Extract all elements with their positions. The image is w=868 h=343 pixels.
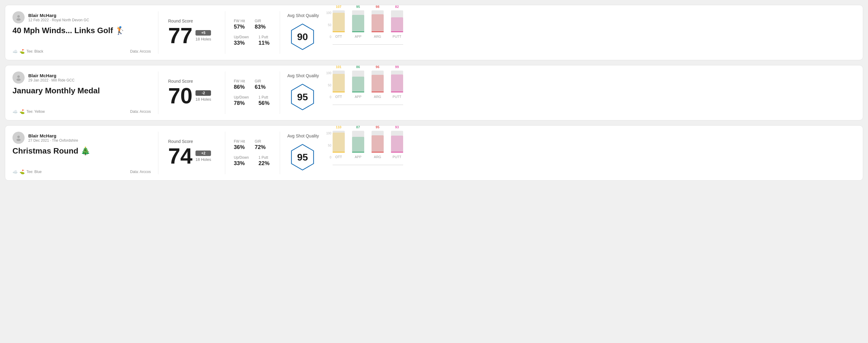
- hexagon-container: 95: [287, 82, 318, 112]
- score-number: 74: [168, 145, 192, 167]
- card-score: Round Score 70 -2 18 Holes: [158, 71, 225, 114]
- stats-row-top: FW Hit 57% GIR 83%: [234, 19, 271, 30]
- player-header: Blair McHarg 29 Jan 2022 · Mill Ride GCC: [12, 71, 151, 84]
- weather-icon: ☁️: [12, 49, 18, 54]
- bar-accent: [372, 152, 384, 153]
- weather-icon: ☁️: [12, 109, 18, 114]
- oneputt-value: 22%: [258, 160, 269, 167]
- card-quality: Avg Shot Quality 95 100 50 0: [280, 132, 856, 174]
- player-date: 12 Feb 2022 · Royal North Devon GC: [28, 18, 89, 22]
- bar-outer: [352, 131, 364, 153]
- card-footer: ☁️ ⛳ Tee: Black Data: Arccos: [12, 49, 151, 54]
- bar-inner: [333, 132, 345, 153]
- score-badge: +5: [195, 30, 211, 36]
- bar-x-label: APP: [355, 35, 362, 38]
- bar-value-label: 93: [395, 125, 399, 129]
- bar-group: 107 OTT: [333, 5, 345, 38]
- bar-chart-inner: 101 OTT 86 APP 96: [333, 71, 403, 105]
- quality-section: Avg Shot Quality 95: [287, 73, 319, 112]
- stat-updown: Up/Down 33%: [234, 35, 249, 46]
- quality-label: Avg Shot Quality: [287, 133, 319, 138]
- score-badge-wrap: -2 18 Holes: [195, 90, 211, 101]
- bar-accent: [391, 152, 403, 153]
- bar-inner: [372, 75, 384, 92]
- player-date: 27 Dec 2021 · The Oxfordshire: [28, 138, 78, 143]
- stat-updown: Up/Down 33%: [234, 155, 249, 167]
- bar-value-label: 101: [336, 65, 341, 69]
- oneputt-label: 1 Putt: [258, 155, 269, 160]
- gir-value: 61%: [255, 84, 266, 90]
- round-title: Christmas Round 🎄: [12, 146, 151, 156]
- bar-accent: [333, 152, 345, 153]
- card-left: Blair McHarg 12 Feb 2022 · Royal North D…: [12, 11, 158, 54]
- updown-label: Up/Down: [234, 35, 249, 39]
- fw-hit-label: FW Hit: [234, 79, 245, 83]
- bar-value-label: 110: [336, 125, 341, 129]
- card-left: Blair McHarg 27 Dec 2021 · The Oxfordshi…: [12, 132, 158, 174]
- bar-x-label: OTT: [335, 155, 342, 159]
- bar-outer: [372, 131, 384, 153]
- golf-icon: ⛳: [20, 49, 25, 54]
- bar-accent: [372, 31, 384, 32]
- bar-outer: [372, 10, 384, 32]
- card-score: Round Score 77 +5 18 Holes: [158, 11, 225, 54]
- tee-label: Tee: Blue: [26, 170, 42, 174]
- round-card: Blair McHarg 29 Jan 2022 · Mill Ride GCC…: [5, 65, 863, 120]
- tee-label: Tee: Black: [26, 49, 43, 54]
- bar-accent: [333, 31, 345, 32]
- data-source: Data: Arccos: [130, 49, 151, 54]
- bar-chart-inner: 107 OTT 95 APP 98: [333, 11, 403, 45]
- bar-outer: [391, 131, 403, 153]
- stats-row-bottom: Up/Down 33% 1 Putt 11%: [234, 35, 271, 46]
- fw-hit-value: 36%: [234, 144, 245, 151]
- svg-point-1: [17, 18, 21, 21]
- bar-outer: [352, 70, 364, 92]
- stat-gir: GIR 61%: [255, 79, 266, 90]
- stat-oneputt: 1 Putt 22%: [258, 155, 269, 167]
- hexagon-container: 95: [287, 142, 318, 173]
- bar-value-label: 99: [395, 65, 399, 69]
- bar-value-label: 95: [356, 5, 360, 8]
- bar-inner: [352, 15, 364, 32]
- stats-row-top: FW Hit 36% GIR 72%: [234, 139, 271, 151]
- golf-icon: ⛳: [20, 169, 25, 174]
- stat-fw-hit: FW Hit 57%: [234, 19, 245, 30]
- oneputt-value: 56%: [258, 100, 269, 106]
- stat-oneputt: 1 Putt 11%: [258, 35, 269, 46]
- golf-icon: ⛳: [20, 109, 25, 114]
- hexagon-score: 90: [297, 31, 308, 42]
- bar-group: 95 APP: [352, 5, 364, 38]
- bar-chart-inner: 110 OTT 87 APP 95: [333, 132, 403, 165]
- card-footer: ☁️ ⛳ Tee: Blue Data: Arccos: [12, 169, 151, 174]
- bar-inner: [391, 136, 403, 153]
- score-main: 74 +2 18 Holes: [168, 145, 215, 167]
- bar-x-label: OTT: [335, 95, 342, 98]
- bar-group: 99 PUTT: [391, 65, 403, 98]
- updown-value: 33%: [234, 40, 249, 46]
- bar-x-label: APP: [355, 155, 362, 159]
- avatar: [12, 71, 25, 84]
- bar-chart: 100 50 0 110 OTT 87: [326, 132, 848, 174]
- bar-outer: [333, 131, 345, 153]
- card-stats: FW Hit 86% GIR 61% Up/Down 78% 1 Putt: [225, 71, 280, 114]
- bar-x-label: PUTT: [393, 155, 401, 159]
- card-stats: FW Hit 57% GIR 83% Up/Down 33% 1 Putt: [225, 11, 280, 54]
- svg-point-0: [17, 15, 20, 18]
- bar-group: 96 ARG: [372, 65, 384, 98]
- bar-accent: [372, 92, 384, 92]
- fw-hit-value: 57%: [234, 24, 245, 30]
- svg-point-3: [17, 75, 20, 78]
- quality-label: Avg Shot Quality: [287, 13, 319, 18]
- card-quality: Avg Shot Quality 90 100 50 0: [280, 11, 856, 54]
- round-title: January Monthly Medal: [12, 86, 151, 95]
- stats-row-bottom: Up/Down 78% 1 Putt 56%: [234, 95, 271, 106]
- bar-value-label: 82: [395, 5, 399, 8]
- bar-accent: [391, 92, 403, 92]
- score-main: 70 -2 18 Holes: [168, 85, 215, 107]
- bar-outer: [372, 70, 384, 92]
- chart-y-axis: 100 50 0: [326, 132, 331, 165]
- bar-x-label: ARG: [374, 35, 381, 38]
- bar-x-label: APP: [355, 95, 362, 98]
- bar-value-label: 95: [376, 125, 379, 129]
- card-left: Blair McHarg 29 Jan 2022 · Mill Ride GCC…: [12, 71, 158, 114]
